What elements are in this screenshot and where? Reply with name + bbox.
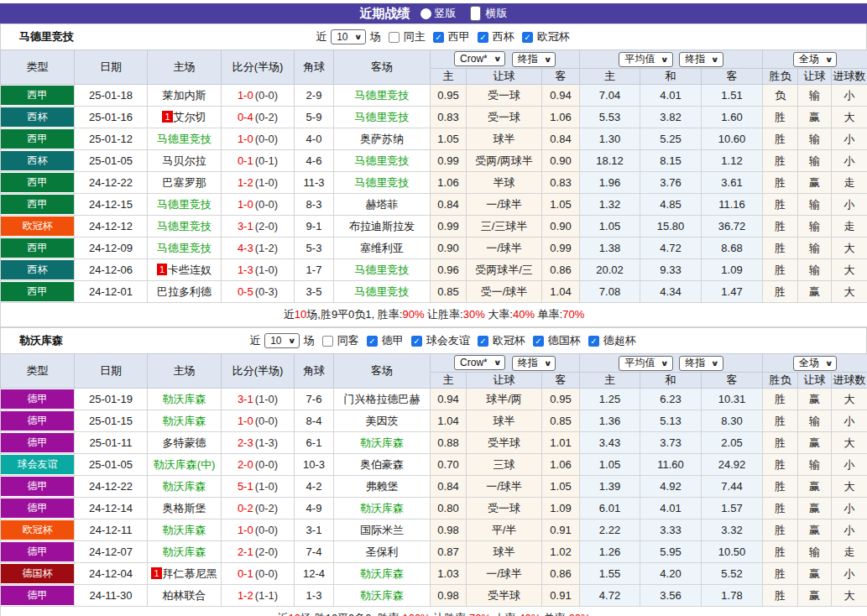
match-count-value: 10 (337, 31, 347, 43)
avg-final-select[interactable]: 终指∨ (679, 52, 723, 67)
fulltime-score: 4-3 (238, 242, 253, 254)
col-league: 类型 (1, 354, 75, 389)
away-team-name: 奥萨苏纳 (360, 133, 404, 145)
result-goals: 走 (832, 541, 867, 563)
odds-source-select[interactable]: Crow*∨ (454, 355, 505, 370)
avg-draw: 3.76 (640, 172, 702, 194)
page: 近期战绩 竖版横版 马德里竞技 近 10∨ 场 同主✓西甲✓西杯✓欧冠杯 (0, 3, 867, 616)
halftime-score: (0-0) (255, 415, 278, 427)
fulltime-score: 1-0 (238, 133, 253, 145)
fulltime-score: 1-0 (238, 524, 253, 536)
league-badge: 西杯 (1, 107, 74, 127)
away-team-name: 勒沃库森 (360, 567, 404, 580)
scope-group-header: 全场∨ (763, 354, 867, 373)
radio-icon[interactable] (420, 8, 431, 19)
odds-handicap: 三球 (467, 454, 542, 476)
result-goals: 走 (832, 172, 867, 194)
away-team-name: 美因茨 (366, 415, 399, 427)
avg-home: 18.12 (580, 150, 640, 172)
filter-checkbox[interactable]: ✓ (367, 336, 378, 347)
result-wdl: 胜 (763, 498, 798, 519)
home-team-name: 柏林联合 (163, 589, 206, 602)
corner-count: 5-3 (295, 238, 334, 259)
league-badge: 西甲 (1, 238, 74, 258)
odds-final-select[interactable]: 终指∨ (512, 356, 556, 371)
summary-segment: 10 (295, 308, 306, 321)
odds-away: 0.91 (542, 585, 580, 607)
filter-checkbox[interactable]: ✓ (478, 336, 488, 347)
filter-checkbox-label: 欧冠杯 (537, 29, 570, 44)
match-date: 25-01-16 (75, 107, 148, 128)
home-team-name: 勒沃库森 (163, 393, 206, 405)
score: 0-5(0-3) (222, 281, 295, 303)
away-team: 布拉迪斯拉发 (334, 216, 431, 238)
filter-checkbox[interactable]: ✓ (533, 336, 544, 347)
league-cell: 德国杯 (1, 563, 75, 585)
summary-segment: 100% (402, 612, 430, 616)
summary-segment: 40% (519, 612, 541, 616)
odds-source-select[interactable]: Crow*∨ (454, 51, 505, 66)
avg-source-select[interactable]: 平均值∨ (619, 52, 672, 67)
summary-segment: 近 (284, 308, 295, 321)
scope-select[interactable]: 全场∨ (793, 52, 837, 67)
result-goals: 走 (832, 216, 867, 238)
away-team: 奥萨苏纳 (334, 128, 431, 150)
match-count-select[interactable]: 10∨ (331, 29, 366, 44)
league-cell: 西甲 (1, 85, 75, 107)
match-date: 25-01-11 (75, 432, 148, 454)
corner-count: 1-7 (295, 259, 334, 281)
scope-select[interactable]: 全场∨ (793, 356, 837, 371)
score: 2-1(2-0) (222, 541, 295, 563)
filter-checkbox[interactable]: ✓ (478, 32, 488, 43)
odds-group-header: Crow*∨ 终指∨ (431, 354, 580, 373)
avg-away: 24.92 (702, 454, 763, 476)
halftime-score: (1-0) (255, 393, 278, 405)
halftime-score: (0-0) (255, 567, 278, 580)
avg-away: 10.31 (702, 389, 763, 410)
halftime-score: (1-3) (255, 436, 278, 449)
league-badge: 德甲 (1, 477, 74, 496)
match-row: 德甲 25-01-19 勒沃库森 3-1(1-0) 7-6 门兴格拉德巴赫 0.… (1, 389, 867, 410)
match-date: 24-12-04 (75, 563, 148, 585)
col-result-handicap: 让球 (798, 69, 832, 85)
result-wdl: 胜 (763, 194, 798, 216)
away-team-name: 勒沃库森 (360, 589, 404, 602)
layout-option[interactable]: 竖版 (420, 6, 457, 21)
league-filter-list: 同客✓德甲✓球会友谊✓欧冠杯✓德国杯✓德超杯 (317, 333, 636, 348)
odds-home: 0.88 (431, 432, 467, 454)
team-section: 勒沃库森 近 10∨ 场 同客✓德甲✓球会友谊✓欧冠杯✓德国杯✓德超杯 类型 日… (0, 327, 867, 616)
col-home: 主场 (148, 354, 222, 389)
col-score: 比分(半场) (222, 354, 295, 389)
odds-home: 0.70 (431, 454, 467, 476)
away-team-name: 门兴格拉德巴赫 (344, 393, 420, 405)
col-result-goals: 进球数 (832, 69, 867, 85)
filter-checkbox[interactable] (322, 336, 333, 347)
odds-handicap: 平/半 (467, 519, 542, 541)
match-count-select[interactable]: 10∨ (264, 333, 300, 348)
odds-away: 1.05 (542, 476, 580, 498)
match-row: 德国杯 24-12-04 1拜仁慕尼黑 0-1(0-0) 12-4 勒沃库森 1… (1, 563, 867, 585)
avg-final-select[interactable]: 终指∨ (679, 356, 723, 371)
odds-home: 0.87 (431, 541, 467, 563)
result-handicap: 赢 (798, 389, 832, 410)
filter-checkbox[interactable]: ✓ (433, 32, 444, 43)
away-team: 奥伯豪森 (334, 454, 431, 476)
filter-checkbox[interactable]: ✓ (411, 336, 422, 347)
result-handicap: 赢 (798, 172, 832, 194)
col-odds-away: 客 (542, 373, 580, 389)
summary-segment: 场,胜9平0负1, 胜率: (306, 308, 402, 321)
filter-checkbox[interactable] (389, 32, 400, 43)
odds-final-select[interactable]: 终指∨ (512, 52, 556, 67)
filter-checkbox[interactable]: ✓ (522, 32, 533, 43)
radio-icon[interactable] (470, 6, 481, 21)
avg-source-select[interactable]: 平均值∨ (619, 356, 672, 371)
result-handicap: 输 (798, 454, 832, 476)
avg-draw: 5.95 (640, 541, 702, 563)
col-result-wdl: 胜负 (763, 373, 798, 389)
team-name: 马德里竞技 (1, 29, 316, 44)
corner-count: 10-3 (295, 454, 334, 476)
odds-handicap: 受一球 (467, 498, 542, 519)
filter-checkbox[interactable]: ✓ (588, 336, 599, 347)
col-league: 类型 (1, 50, 75, 85)
layout-option[interactable]: 横版 (468, 6, 508, 21)
